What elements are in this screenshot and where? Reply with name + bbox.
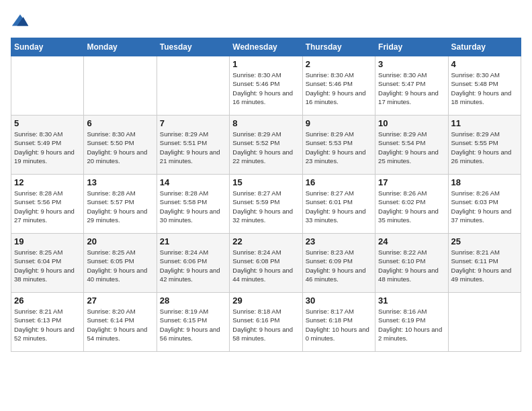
day-number: 24 (378, 236, 445, 246)
day-number: 7 (160, 118, 226, 128)
calendar-week-row: 26Sunrise: 8:21 AM Sunset: 6:13 PM Dayli… (11, 293, 521, 352)
day-info: Sunrise: 8:22 AM Sunset: 6:10 PM Dayligh… (378, 248, 445, 283)
header-sunday: Sunday (11, 38, 84, 56)
header-saturday: Saturday (448, 38, 521, 56)
page-header (11, 11, 521, 30)
logo-icon (11, 11, 30, 30)
day-info: Sunrise: 8:30 AM Sunset: 5:48 PM Dayligh… (451, 71, 518, 106)
table-row (84, 56, 157, 116)
day-number: 15 (232, 177, 299, 187)
day-number: 14 (160, 177, 226, 187)
table-row: 15Sunrise: 8:27 AM Sunset: 5:59 PM Dayli… (230, 175, 302, 234)
day-info: Sunrise: 8:20 AM Sunset: 6:14 PM Dayligh… (87, 307, 153, 342)
day-info: Sunrise: 8:30 AM Sunset: 5:46 PM Dayligh… (306, 71, 372, 106)
table-row: 11Sunrise: 8:29 AM Sunset: 5:55 PM Dayli… (448, 116, 521, 175)
table-row: 21Sunrise: 8:24 AM Sunset: 6:06 PM Dayli… (157, 234, 229, 293)
table-row: 30Sunrise: 8:17 AM Sunset: 6:18 PM Dayli… (302, 293, 375, 352)
day-info: Sunrise: 8:24 AM Sunset: 6:06 PM Dayligh… (160, 248, 226, 283)
table-row: 25Sunrise: 8:21 AM Sunset: 6:11 PM Dayli… (448, 234, 521, 293)
day-info: Sunrise: 8:30 AM Sunset: 5:46 PM Dayligh… (232, 71, 299, 106)
header-tuesday: Tuesday (157, 38, 229, 56)
day-number: 29 (232, 295, 299, 306)
day-info: Sunrise: 8:27 AM Sunset: 5:59 PM Dayligh… (232, 189, 299, 224)
day-info: Sunrise: 8:29 AM Sunset: 5:54 PM Dayligh… (378, 130, 445, 165)
day-number: 9 (306, 118, 372, 128)
table-row: 2Sunrise: 8:30 AM Sunset: 5:46 PM Daylig… (302, 56, 375, 116)
table-row: 24Sunrise: 8:22 AM Sunset: 6:10 PM Dayli… (375, 234, 448, 293)
day-info: Sunrise: 8:29 AM Sunset: 5:53 PM Dayligh… (306, 130, 372, 165)
table-row: 1Sunrise: 8:30 AM Sunset: 5:46 PM Daylig… (230, 56, 302, 116)
day-number: 16 (306, 177, 372, 187)
table-row: 17Sunrise: 8:26 AM Sunset: 6:02 PM Dayli… (375, 175, 448, 234)
day-info: Sunrise: 8:29 AM Sunset: 5:51 PM Dayligh… (160, 130, 226, 165)
day-info: Sunrise: 8:24 AM Sunset: 6:08 PM Dayligh… (232, 248, 299, 283)
table-row: 23Sunrise: 8:23 AM Sunset: 6:09 PM Dayli… (302, 234, 375, 293)
header-row: Sunday Monday Tuesday Wednesday Thursday… (11, 38, 521, 56)
day-info: Sunrise: 8:27 AM Sunset: 6:01 PM Dayligh… (306, 189, 372, 224)
day-info: Sunrise: 8:29 AM Sunset: 5:55 PM Dayligh… (451, 130, 518, 165)
table-row (11, 56, 84, 116)
calendar-table: Sunday Monday Tuesday Wednesday Thursday… (11, 38, 521, 352)
calendar-week-row: 5Sunrise: 8:30 AM Sunset: 5:49 PM Daylig… (11, 116, 521, 175)
calendar-week-row: 19Sunrise: 8:25 AM Sunset: 6:04 PM Dayli… (11, 234, 521, 293)
header-monday: Monday (84, 38, 157, 56)
day-info: Sunrise: 8:21 AM Sunset: 6:13 PM Dayligh… (14, 307, 81, 342)
day-number: 23 (306, 236, 372, 246)
day-number: 1 (232, 59, 299, 69)
header-friday: Friday (375, 38, 448, 56)
day-info: Sunrise: 8:25 AM Sunset: 6:04 PM Dayligh… (14, 248, 81, 283)
table-row: 13Sunrise: 8:28 AM Sunset: 5:57 PM Dayli… (84, 175, 157, 234)
day-number: 17 (378, 177, 445, 187)
table-row: 14Sunrise: 8:28 AM Sunset: 5:58 PM Dayli… (157, 175, 229, 234)
table-row: 28Sunrise: 8:19 AM Sunset: 6:15 PM Dayli… (157, 293, 229, 352)
table-row: 4Sunrise: 8:30 AM Sunset: 5:48 PM Daylig… (448, 56, 521, 116)
table-row (448, 293, 521, 352)
logo (11, 11, 32, 30)
day-number: 18 (451, 177, 518, 187)
day-info: Sunrise: 8:18 AM Sunset: 6:16 PM Dayligh… (232, 307, 299, 342)
day-info: Sunrise: 8:30 AM Sunset: 5:49 PM Dayligh… (14, 130, 81, 165)
day-number: 12 (14, 177, 81, 187)
day-number: 8 (232, 118, 299, 128)
table-row: 29Sunrise: 8:18 AM Sunset: 6:16 PM Dayli… (230, 293, 302, 352)
day-number: 28 (160, 295, 226, 306)
calendar-week-row: 12Sunrise: 8:28 AM Sunset: 5:56 PM Dayli… (11, 175, 521, 234)
table-row: 10Sunrise: 8:29 AM Sunset: 5:54 PM Dayli… (375, 116, 448, 175)
header-thursday: Thursday (302, 38, 375, 56)
day-info: Sunrise: 8:16 AM Sunset: 6:19 PM Dayligh… (378, 307, 445, 342)
day-info: Sunrise: 8:17 AM Sunset: 6:18 PM Dayligh… (306, 307, 372, 342)
day-number: 13 (87, 177, 153, 187)
day-info: Sunrise: 8:30 AM Sunset: 5:50 PM Dayligh… (87, 130, 153, 165)
day-number: 20 (87, 236, 153, 246)
day-number: 5 (14, 118, 81, 128)
table-row: 26Sunrise: 8:21 AM Sunset: 6:13 PM Dayli… (11, 293, 84, 352)
day-info: Sunrise: 8:25 AM Sunset: 6:05 PM Dayligh… (87, 248, 153, 283)
table-row: 27Sunrise: 8:20 AM Sunset: 6:14 PM Dayli… (84, 293, 157, 352)
day-number: 2 (306, 59, 372, 69)
calendar-week-row: 1Sunrise: 8:30 AM Sunset: 5:46 PM Daylig… (11, 56, 521, 116)
table-row: 18Sunrise: 8:26 AM Sunset: 6:03 PM Dayli… (448, 175, 521, 234)
day-info: Sunrise: 8:29 AM Sunset: 5:52 PM Dayligh… (232, 130, 299, 165)
day-number: 22 (232, 236, 299, 246)
day-info: Sunrise: 8:26 AM Sunset: 6:03 PM Dayligh… (451, 189, 518, 224)
day-number: 3 (378, 59, 445, 69)
table-row: 31Sunrise: 8:16 AM Sunset: 6:19 PM Dayli… (375, 293, 448, 352)
table-row: 19Sunrise: 8:25 AM Sunset: 6:04 PM Dayli… (11, 234, 84, 293)
day-number: 4 (451, 59, 518, 69)
day-number: 31 (378, 295, 445, 306)
calendar-header: Sunday Monday Tuesday Wednesday Thursday… (11, 38, 521, 56)
day-info: Sunrise: 8:26 AM Sunset: 6:02 PM Dayligh… (378, 189, 445, 224)
day-number: 25 (451, 236, 518, 246)
table-row: 5Sunrise: 8:30 AM Sunset: 5:49 PM Daylig… (11, 116, 84, 175)
day-number: 30 (306, 295, 372, 306)
table-row: 8Sunrise: 8:29 AM Sunset: 5:52 PM Daylig… (230, 116, 302, 175)
day-number: 6 (87, 118, 153, 128)
day-info: Sunrise: 8:23 AM Sunset: 6:09 PM Dayligh… (306, 248, 372, 283)
day-info: Sunrise: 8:28 AM Sunset: 5:58 PM Dayligh… (160, 189, 226, 224)
day-number: 27 (87, 295, 153, 306)
table-row: 16Sunrise: 8:27 AM Sunset: 6:01 PM Dayli… (302, 175, 375, 234)
header-wednesday: Wednesday (230, 38, 302, 56)
day-number: 10 (378, 118, 445, 128)
day-info: Sunrise: 8:19 AM Sunset: 6:15 PM Dayligh… (160, 307, 226, 342)
table-row: 3Sunrise: 8:30 AM Sunset: 5:47 PM Daylig… (375, 56, 448, 116)
